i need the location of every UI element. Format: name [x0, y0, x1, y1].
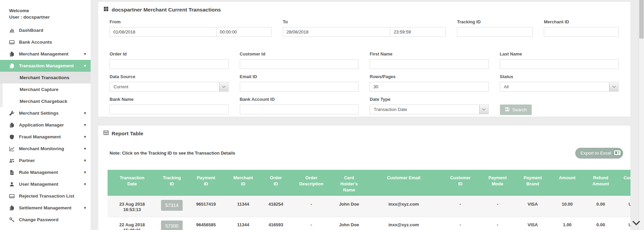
bank-account-id-label: Bank Account ID — [240, 97, 359, 102]
sidebar-item-label: Merchant Monitoring — [19, 146, 64, 151]
sidebar-item-merchant-transactions[interactable]: Merchant Transactions — [0, 72, 91, 84]
sidebar-item-label: Rejected Transaction List — [19, 193, 74, 199]
last-name-label: Last Name — [500, 52, 619, 56]
data-source-select[interactable]: Current — [110, 82, 229, 92]
search-button[interactable]: Search — [500, 105, 532, 115]
bar-chart-icon — [9, 27, 15, 33]
report-title: Report Table — [104, 130, 630, 137]
sidebar-item-merchant-capture[interactable]: Merchant Capture — [0, 84, 91, 95]
sidebar-item-label: Application Manager — [19, 122, 64, 128]
column-header-tracking_id: Tracking ID — [157, 170, 187, 196]
sidebar-item-label: Bank Accounts — [19, 40, 52, 45]
cell-payment_id: 96517419 — [187, 196, 225, 217]
date-type-select[interactable]: Transaction Date — [370, 105, 489, 114]
sidebar-item-bank-accounts[interactable]: Bank Accounts — [0, 36, 91, 48]
tracking-id-input[interactable] — [457, 27, 533, 37]
sidebar-item-user-management[interactable]: User Management▾ — [0, 178, 91, 190]
export-to-excel-button[interactable]: Export to Excel — [575, 148, 623, 158]
sidebar-item-merchant-chargeback[interactable]: Merchant Chargeback — [0, 95, 91, 107]
merchant-id-input[interactable] — [544, 27, 619, 37]
column-header-merchant_id: Merchant ID — [225, 170, 261, 196]
files-icon — [9, 63, 15, 69]
shield-icon — [9, 134, 15, 140]
sidebar-item-label: Change Password — [19, 217, 59, 222]
sidebar-item-label: Merchant Management — [19, 51, 68, 56]
from-date-input[interactable] — [110, 27, 216, 37]
page-title-text: docspartner Merchant Current Transaction… — [112, 7, 221, 13]
cell-customer_email: inxx@xyz.com — [366, 217, 442, 230]
column-header-datetime: Transaction Date — [108, 170, 157, 196]
from-time-input[interactable] — [216, 27, 272, 37]
scroll-down-chevron-icon[interactable] — [632, 220, 641, 226]
chevron-down-icon: ▾ — [84, 64, 86, 68]
sidebar-item-application-manager[interactable]: Application Manager▾ — [0, 119, 91, 131]
cell-refund_amount: 0.00 — [585, 196, 616, 217]
report-table-wrapper: Transaction DateTracking IDPayment IDMer… — [108, 170, 630, 230]
from-label: From — [110, 20, 272, 24]
excel-icon — [614, 150, 621, 157]
cell-card_holder_name: John Doe — [332, 217, 366, 230]
data-source-label: Data Source — [110, 74, 229, 79]
welcome-text: Welcome — [9, 7, 87, 14]
chevron-down-icon: ▾ — [84, 123, 86, 127]
cell-customer_id: - — [442, 196, 479, 217]
sidebar-item-rejected-transaction-list[interactable]: Rejected Transaction List — [0, 190, 91, 202]
bank-name-input[interactable] — [110, 105, 229, 114]
merchant-id-label: Merchant ID — [544, 20, 619, 24]
order-id-label: Order Id — [110, 52, 229, 56]
sidebar-item-merchant-settings[interactable]: Merchant Settings▾ — [0, 107, 91, 119]
cell-order_description: - — [290, 217, 332, 230]
chevron-down-icon: ▾ — [84, 52, 86, 56]
chevron-down-icon: ▾ — [84, 206, 86, 210]
vertical-scrollbar[interactable] — [639, 0, 644, 230]
bank-account-id-input[interactable] — [240, 105, 359, 114]
status-select[interactable]: All — [500, 82, 619, 92]
status-value: All — [504, 84, 509, 89]
to-date-input[interactable] — [283, 27, 390, 37]
sidebar-item-label: Merchant Capture — [20, 87, 59, 92]
order-id-input[interactable] — [110, 59, 229, 69]
sidebar-item-label: DashBoard — [19, 28, 43, 33]
data-source-value: Current — [114, 84, 128, 89]
to-label: To — [283, 20, 446, 24]
sidebar-item-dashboard[interactable]: DashBoard — [0, 24, 91, 36]
sidebar-item-change-password[interactable]: Change Password — [0, 214, 91, 226]
chevron-down-icon: ▾ — [84, 146, 86, 151]
sidebar-item-merchant-management[interactable]: Merchant Management▾ — [0, 48, 91, 60]
search-button-label: Search — [512, 107, 527, 112]
chevron-down-icon — [479, 105, 488, 114]
sidebar-item-rule-management[interactable]: Rule Management▾ — [0, 166, 91, 178]
date-type-value: Transaction Date — [374, 107, 407, 112]
email-id-input[interactable] — [240, 82, 359, 92]
cell-card_holder_name: John Doe — [332, 196, 366, 217]
column-header-payment_id: Payment ID — [187, 170, 225, 196]
tracking-id-button[interactable]: 57314 — [161, 200, 183, 211]
first-name-input[interactable] — [370, 59, 489, 69]
sidebar-item-merchant-monitoring[interactable]: Merchant Monitoring▾ — [0, 143, 91, 155]
sidebar-item-fraud-management[interactable]: Fraud Management▾ — [0, 131, 91, 143]
to-time-input[interactable] — [390, 27, 446, 37]
sidebar-item-transaction-management[interactable]: Transaction Management▾ — [0, 60, 91, 72]
sidebar-item-label: Transaction Management — [19, 63, 74, 68]
report-title-text: Report Table — [112, 131, 143, 137]
rows-pages-input[interactable] — [370, 82, 489, 92]
sidebar-item-settlement-management[interactable]: Settlement Management▾ — [0, 202, 91, 214]
last-name-input[interactable] — [500, 59, 619, 69]
transaction-time: 16:53:13 — [110, 207, 155, 212]
grid-icon — [104, 6, 109, 13]
cell-payment_brand: VISA — [516, 217, 549, 230]
customer-id-input[interactable] — [240, 59, 359, 69]
cell-order_id: 418254 — [261, 196, 290, 217]
transaction-date: 22 Aug 2018 — [110, 222, 155, 228]
sidebar-item-label: Partner — [19, 158, 35, 163]
tracking-note: Note: Click on the Tracking ID to see th… — [110, 148, 235, 156]
sidebar-item-label: Merchant Transactions — [20, 75, 69, 80]
chevron-down-icon — [219, 82, 228, 91]
welcome-user: User : docspartner — [9, 14, 87, 20]
cell-tracking_id: 57314 — [157, 196, 187, 217]
column-header-card_holder_name: Card Holder's Name — [332, 170, 366, 196]
table-row: 22 Aug 201815:48:31573009645658511344416… — [108, 217, 630, 230]
tracking-id-button[interactable]: 57300 — [161, 221, 183, 230]
scrollbar-thumb[interactable] — [639, 0, 644, 39]
sidebar-item-partner[interactable]: Partner▾ — [0, 155, 91, 166]
